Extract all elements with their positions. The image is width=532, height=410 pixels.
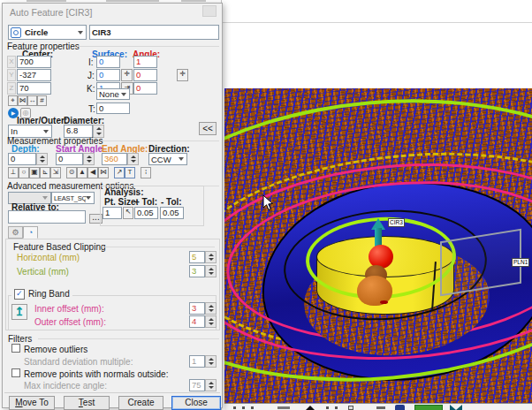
spin-down-icon[interactable]	[209, 323, 214, 325]
start-angle-spinner: 0	[56, 153, 95, 165]
close-button[interactable]: Close	[171, 396, 221, 410]
i-label: I:	[88, 58, 94, 67]
text-mode-button[interactable]: T	[125, 167, 135, 178]
snap-point-button[interactable]: ⌖	[8, 95, 18, 106]
stddev-input[interactable]: 1	[189, 355, 205, 368]
viewport-toolbar[interactable]	[224, 403, 532, 410]
move-to-button[interactable]: Move To	[9, 396, 55, 410]
spin-down-icon[interactable]	[96, 133, 102, 135]
depth-input[interactable]: 0	[8, 153, 36, 165]
spin-down-icon[interactable]	[209, 258, 214, 261]
spinner-buttons[interactable]	[205, 302, 217, 315]
marker-style-button[interactable]: ↖	[123, 207, 133, 219]
width-hit-button[interactable]: ⋈	[98, 167, 109, 178]
corner-path-button[interactable]: ⊾	[40, 167, 50, 178]
grid-button[interactable]: #	[37, 95, 47, 106]
spinner-buttons[interactable]	[127, 153, 139, 165]
start-angle-input[interactable]: 0	[56, 153, 83, 165]
more-options-button[interactable]: ⁞	[141, 167, 151, 178]
point-cloud-view[interactable]: CIR3 PLN1	[224, 88, 532, 403]
distance-button[interactable]: ↔	[27, 95, 37, 106]
spinner-buttons[interactable]	[83, 153, 95, 165]
spin-up-icon[interactable]	[209, 358, 214, 361]
vector-jump-button[interactable]: ↗	[114, 167, 125, 178]
dropdown-caret-icon	[86, 196, 91, 200]
spin-up-icon[interactable]	[209, 254, 214, 256]
spinner-buttons[interactable]	[205, 265, 217, 277]
angle-j-input[interactable]: 0	[133, 69, 157, 81]
perpendicular-path-button[interactable]: ⟂	[8, 167, 19, 178]
horizontal-clip-input[interactable]: 5	[189, 251, 205, 263]
feature-type-dropdown[interactable]: Circle	[8, 25, 87, 40]
center-y-input[interactable]: -327	[17, 69, 51, 81]
inner-offset-label: Inner offset (mm):	[34, 305, 104, 314]
spin-up-icon[interactable]	[40, 156, 45, 158]
spinner-buttons[interactable]	[205, 355, 217, 368]
angle-k-input[interactable]: 0	[133, 82, 157, 95]
spinner-buttons[interactable]	[205, 251, 217, 263]
spinner-buttons[interactable]	[205, 379, 217, 391]
pt-size-input[interactable]: 1	[103, 207, 122, 219]
tab-contact-parameters[interactable]: ⚙	[8, 226, 23, 239]
level-hit-icon: ▲	[79, 168, 86, 176]
spin-up-icon[interactable]	[209, 318, 214, 321]
toolbar-icon-fragment	[277, 406, 290, 409]
center-z-input[interactable]: 70	[17, 82, 51, 95]
spin-down-icon[interactable]	[87, 160, 92, 163]
center-x-input[interactable]: 700	[17, 56, 51, 68]
vertical-clip-input[interactable]: 3	[189, 265, 205, 277]
spin-down-icon[interactable]	[209, 386, 214, 389]
graphics-area[interactable]: CIR3 PLN1	[221, 0, 532, 410]
spinner-buttons[interactable]	[205, 315, 217, 328]
read-angle-vector-button[interactable]: ✛	[177, 69, 188, 81]
divide-button[interactable]: ⋈	[18, 95, 27, 106]
plus-tol-input[interactable]: 0.05	[134, 207, 158, 219]
max-incidence-input[interactable]: 75	[189, 379, 205, 391]
spin-up-icon[interactable]	[96, 127, 102, 130]
spin-up-icon[interactable]	[209, 305, 214, 308]
inner-offset-input[interactable]: 3	[189, 302, 205, 315]
end-angle-input[interactable]: 360	[102, 153, 127, 165]
level-hit-button[interactable]: ▲	[77, 167, 87, 178]
spin-down-icon[interactable]	[209, 362, 214, 365]
spin-down-icon[interactable]	[209, 309, 214, 312]
dialog-titlebar-button[interactable]	[202, 5, 217, 17]
spinner-buttons[interactable]	[36, 153, 48, 165]
outer-offset-input[interactable]: 4	[189, 315, 205, 328]
circle-feature-icon	[11, 27, 21, 38]
remove-normals-checkbox[interactable]	[11, 368, 20, 377]
spin-down-icon[interactable]	[209, 272, 214, 275]
ring-band-checkbox[interactable]	[14, 289, 25, 300]
relative-to-input[interactable]	[8, 210, 86, 224]
spin-down-icon[interactable]	[131, 160, 136, 163]
surface-j-input[interactable]: 0	[96, 69, 120, 81]
square-path-button[interactable]: ▣	[29, 167, 40, 178]
test-button[interactable]: Test	[64, 396, 110, 410]
circle-path-button[interactable]: ○	[19, 167, 29, 178]
diagonal-path-button[interactable]: ⇲	[50, 167, 61, 178]
surface-mode-dropdown[interactable]: None	[96, 88, 130, 100]
angle-i-input[interactable]: 1	[133, 56, 157, 68]
spin-up-icon[interactable]	[209, 382, 214, 384]
edge-hit-button[interactable]: ◀	[87, 167, 98, 178]
read-surface-vector-button[interactable]: ✛	[121, 69, 133, 81]
spin-up-icon[interactable]	[87, 156, 92, 158]
remove-outliers-checkbox[interactable]	[11, 344, 20, 353]
t-input[interactable]: 0	[96, 102, 130, 114]
feature-label-pln1[interactable]: PLN1	[512, 258, 529, 267]
ring-band-direction-button[interactable]: ↥	[11, 304, 27, 320]
spin-down-icon[interactable]	[40, 160, 45, 163]
create-button[interactable]: Create	[118, 396, 163, 410]
spin-up-icon[interactable]	[131, 156, 136, 158]
direction-dropdown[interactable]: CCW	[148, 153, 187, 165]
collapse-button[interactable]: <<	[199, 122, 217, 135]
minus-tol-input[interactable]: 0.05	[160, 207, 184, 219]
stddev-spinner: 1	[189, 355, 217, 368]
feature-label-cir3[interactable]: CIR3	[388, 218, 405, 227]
surface-i-input[interactable]: 0	[96, 56, 120, 68]
feature-name-input[interactable]: CIR3	[89, 25, 219, 40]
tab-laser-parameters[interactable]: ◔	[23, 226, 38, 239]
center-hit-button[interactable]: ⊙	[66, 167, 77, 178]
play-icon: ▶	[11, 110, 16, 116]
spin-up-icon[interactable]	[209, 268, 214, 270]
